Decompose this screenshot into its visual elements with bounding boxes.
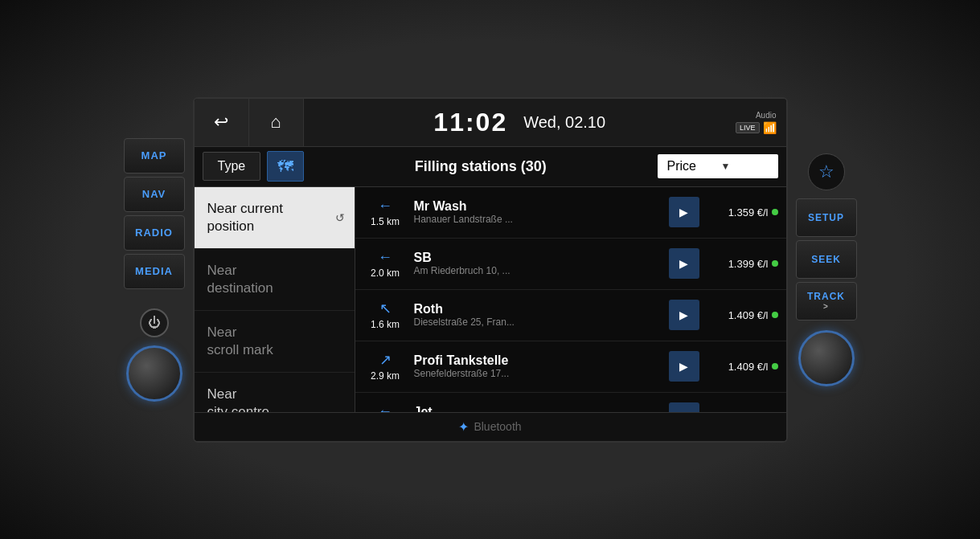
sub-header: Type 🗺 Filling stations (30) Price ▼ — [195, 147, 786, 187]
seek-label: SEEK — [811, 254, 841, 265]
price-dot-roth — [772, 312, 778, 318]
station-info-roth: Roth Dieselstraße 25, Fran... — [414, 302, 662, 328]
station-info-profi: Profi Tankstelle Senefelderstraße 17... — [414, 353, 662, 379]
bluetooth-icon: ✦ — [458, 419, 469, 435]
station-info-jet: Jet Borsigallee 29, Frank... — [414, 405, 662, 412]
time-area: 11:02 Wed, 02.10 — [304, 108, 736, 137]
price-col-mr-wash: 1.359 €/l — [706, 206, 778, 218]
home-button[interactable]: ⌂ — [249, 98, 304, 146]
station-addr-roth: Dieselstraße 25, Fran... — [414, 316, 662, 328]
distance-sb: 2.0 km — [371, 267, 400, 279]
navigate-btn-roth[interactable]: ▶ — [669, 300, 699, 330]
distance-profi: 2.9 km — [371, 370, 400, 382]
track-button[interactable]: TRACK > — [796, 282, 857, 321]
navigate-btn-mr-wash[interactable]: ▶ — [669, 197, 699, 227]
navigate-btn-sb[interactable]: ▶ — [669, 248, 699, 279]
media-button[interactable]: MEDIA — [124, 254, 185, 289]
date-display: Wed, 02.10 — [523, 113, 605, 132]
station-addr-sb: Am Riederbruch 10, ... — [414, 265, 662, 276]
price-sb: 1.399 €/l — [728, 258, 769, 270]
distance-roth: 1.6 km — [371, 319, 400, 330]
price-mr-wash: 1.359 €/l — [728, 206, 769, 218]
station-addr-mr-wash: Hanauer Landstraße ... — [414, 214, 662, 225]
content-area: Near currentposition ↺ Neardestination N… — [195, 187, 786, 412]
station-row-profi[interactable]: ↗ 2.9 km Profi Tankstelle Senefelderstra… — [355, 341, 786, 393]
filter-near-city-text: Nearcity centre — [207, 386, 342, 411]
direction-arrow-sb: ← — [378, 249, 392, 266]
filter-near-city[interactable]: Nearcity centre — [195, 373, 355, 411]
station-name-roth: Roth — [414, 302, 662, 316]
top-bar: ↩ ⌂ 11:02 Wed, 02.10 Audio LIVE 📶 — [195, 99, 786, 147]
price-dot-mr-wash — [772, 209, 778, 215]
filter-near-scroll-text: Nearscroll mark — [207, 324, 342, 359]
station-addr-profi: Senefelderstraße 17... — [414, 368, 662, 379]
stations-list: ← 1.5 km Mr Wash Hanauer Landstraße ... … — [355, 187, 786, 412]
filter-near-scroll[interactable]: Nearscroll mark — [195, 311, 355, 373]
time-display: 11:02 — [433, 108, 507, 137]
audio-label: Audio — [756, 111, 777, 120]
stations-title: Filling stations (30) — [310, 158, 650, 175]
station-name-jet: Jet — [414, 405, 662, 412]
bluetooth-label: Bluetooth — [474, 420, 521, 433]
favorites-button[interactable]: ☆ — [808, 153, 845, 190]
main-screen: ↩ ⌂ 11:02 Wed, 02.10 Audio LIVE 📶 Type 🗺… — [193, 97, 788, 443]
price-col-roth: 1.409 €/l — [706, 309, 778, 321]
type-button[interactable]: Type — [203, 152, 261, 181]
price-dot-sb — [772, 260, 778, 267]
direction-arrow-roth: ↖ — [379, 300, 392, 317]
map-button[interactable]: MAP — [124, 138, 185, 174]
bluetooth-bar: ✦ Bluetooth — [195, 412, 786, 441]
station-row-jet[interactable]: ← 3.6 km Jet Borsigallee 29, Frank... ▶ … — [355, 393, 786, 412]
price-dropdown[interactable]: Price ▼ — [658, 154, 778, 178]
live-badge: LIVE — [736, 122, 760, 133]
refresh-icon: ↺ — [335, 211, 345, 224]
left-controls: MAP NAV RADIO MEDIA ⏻ — [124, 138, 185, 402]
map-icon: 🗺 — [277, 157, 293, 176]
navigate-btn-jet[interactable]: ▶ — [669, 402, 699, 412]
track-sub-icon: > — [823, 302, 829, 311]
distance-col-sb: ← 2.0 km — [363, 249, 408, 279]
filter-near-destination-text: Neardestination — [207, 262, 342, 297]
price-roth: 1.409 €/l — [728, 309, 769, 321]
track-label: TRACK — [807, 291, 845, 302]
station-name-mr-wash: Mr Wash — [414, 199, 662, 214]
price-col-profi: 1.409 €/l — [706, 361, 778, 373]
map-icon-button[interactable]: 🗺 — [267, 151, 304, 182]
left-knob-area: ⏻ — [124, 308, 185, 402]
distance-col-roth: ↖ 1.6 km — [363, 300, 408, 330]
seek-button[interactable]: SEEK — [796, 240, 857, 279]
radio-button[interactable]: RADIO — [124, 215, 185, 251]
direction-arrow-jet: ← — [378, 403, 392, 412]
right-controls: ☆ SETUP SEEK TRACK > — [796, 153, 857, 386]
back-button[interactable]: ↩ — [195, 98, 249, 146]
station-name-profi: Profi Tankstelle — [414, 353, 662, 368]
distance-col-profi: ↗ 2.9 km — [363, 351, 408, 382]
car-surround: MAP NAV RADIO MEDIA ⏻ ↩ ⌂ 11:02 Wed, 02.… — [0, 0, 980, 539]
price-profi: 1.409 €/l — [728, 361, 769, 373]
station-name-sb: SB — [414, 251, 662, 265]
navigate-btn-profi[interactable]: ▶ — [669, 351, 699, 382]
setup-button[interactable]: SETUP — [796, 198, 857, 237]
price-col-sb: 1.399 €/l — [706, 258, 778, 270]
distance-mr-wash: 1.5 km — [371, 216, 400, 227]
station-row-roth[interactable]: ↖ 1.6 km Roth Dieselstraße 25, Fran... ▶… — [355, 290, 786, 341]
status-icons: LIVE 📶 — [736, 121, 777, 134]
left-knob[interactable] — [126, 345, 182, 402]
filter-near-destination[interactable]: Neardestination — [195, 249, 355, 311]
right-knob[interactable] — [798, 330, 855, 386]
nav-button[interactable]: NAV — [124, 177, 185, 212]
station-info-sb: SB Am Riederbruch 10, ... — [414, 251, 662, 276]
setup-label: SETUP — [808, 212, 844, 223]
direction-arrow-profi: ↗ — [379, 351, 392, 369]
price-dot-profi — [772, 363, 778, 370]
filter-near-current[interactable]: Near currentposition ↺ — [195, 187, 355, 249]
signal-icon: 📶 — [763, 121, 777, 134]
station-row-mr-wash[interactable]: ← 1.5 km Mr Wash Hanauer Landstraße ... … — [355, 187, 786, 239]
station-row-sb[interactable]: ← 2.0 km SB Am Riederbruch 10, ... ▶ 1.3… — [355, 239, 786, 290]
station-info-mr-wash: Mr Wash Hanauer Landstraße ... — [414, 199, 662, 225]
power-button[interactable]: ⏻ — [140, 308, 169, 337]
distance-col-jet: ← 3.6 km — [363, 403, 408, 412]
distance-col-mr-wash: ← 1.5 km — [363, 198, 408, 227]
filter-panel: Near currentposition ↺ Neardestination N… — [195, 187, 355, 412]
price-label: Price — [667, 159, 715, 174]
